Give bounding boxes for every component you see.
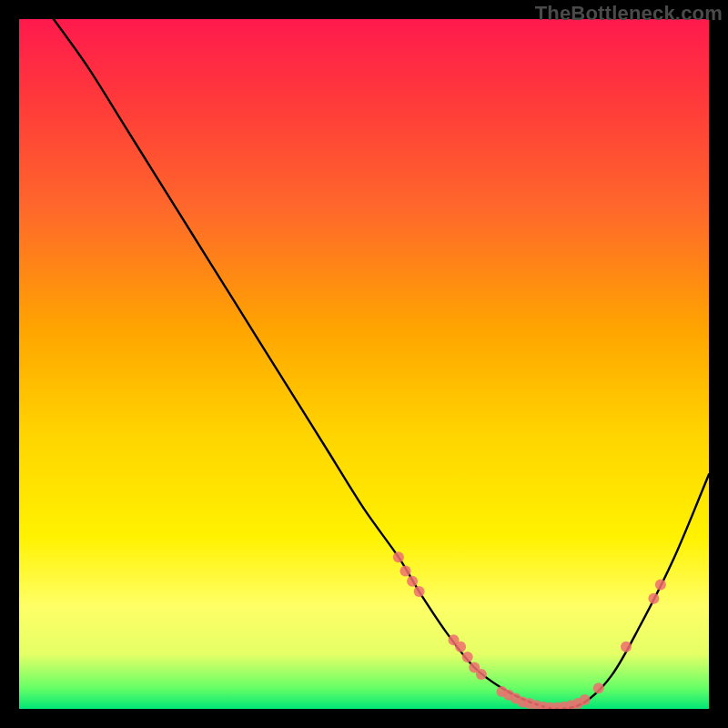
data-marker bbox=[621, 642, 632, 652]
data-marker bbox=[414, 586, 425, 597]
curve-path bbox=[54, 19, 709, 709]
data-marker bbox=[393, 551, 404, 562]
data-marker bbox=[400, 565, 411, 576]
chart-svg bbox=[19, 19, 709, 709]
data-marker bbox=[655, 580, 666, 591]
data-marker bbox=[648, 593, 659, 604]
marker-layer bbox=[393, 551, 666, 709]
data-marker bbox=[580, 694, 591, 705]
data-marker bbox=[455, 642, 466, 652]
data-marker bbox=[593, 682, 604, 693]
data-marker bbox=[476, 669, 487, 680]
data-marker bbox=[407, 576, 418, 587]
data-marker bbox=[462, 652, 473, 662]
